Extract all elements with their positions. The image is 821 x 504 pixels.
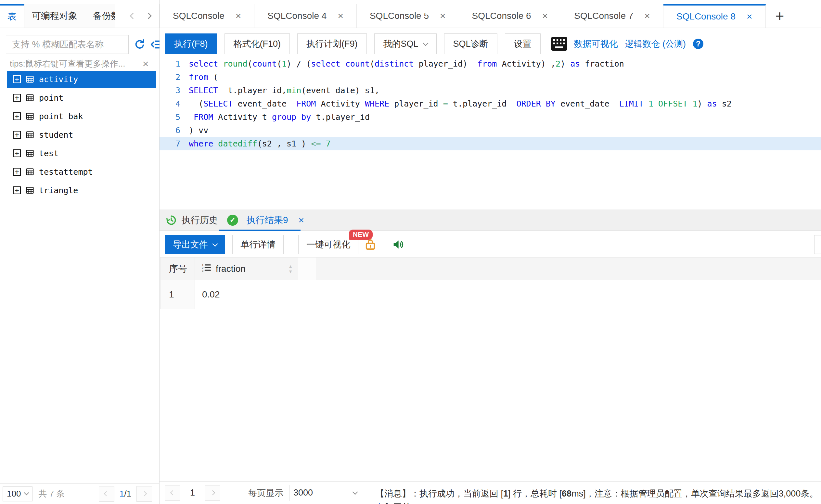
code-token: s2 [717, 99, 732, 108]
help-icon[interactable]: ? [693, 39, 703, 49]
export-file-dropdown[interactable]: 导出文件 [165, 235, 225, 254]
code-token [189, 112, 194, 122]
my-sql-dropdown[interactable]: 我的SQL [374, 33, 437, 54]
close-icon[interactable]: × [440, 11, 446, 21]
sidebar-tab[interactable]: 表 [0, 4, 24, 28]
table-row[interactable]: 1 0.02 [160, 280, 821, 309]
line-number: 5 [159, 112, 180, 122]
close-icon[interactable]: × [298, 215, 304, 226]
clipped-button[interactable] [814, 235, 821, 254]
app-window: 表可编程对象备份数 tips:鼠标右键可查看更多操作... × + activi… [0, 0, 821, 504]
tab-scroll-left-icon[interactable] [130, 13, 136, 19]
code-line[interactable]: 7 where datediff(s2 , s1 ) <= 7 [159, 137, 821, 150]
console-tab[interactable]: SQLConsole 7 × [561, 4, 663, 28]
code-line[interactable]: 6 ) vv [159, 124, 821, 137]
console-tab[interactable]: SQLConsole 8 × [663, 4, 766, 28]
tree-item-label: student [39, 130, 73, 140]
permission-lock-icon[interactable] [363, 238, 377, 251]
console-tab[interactable]: SQLConsole 6 × [459, 4, 562, 28]
tree-item[interactable]: + point_bak [7, 108, 156, 125]
close-icon[interactable]: × [747, 12, 752, 21]
tree-item[interactable]: + triangle [7, 182, 156, 199]
close-icon[interactable]: × [542, 11, 548, 21]
keyboard-shortcuts-icon[interactable] [551, 37, 568, 51]
expand-plus-icon[interactable]: + [13, 168, 21, 176]
close-icon[interactable]: × [337, 11, 343, 21]
expand-plus-icon[interactable]: + [13, 186, 21, 194]
code-line[interactable]: 4 (SELECT event_date FROM Activity WHERE… [159, 97, 821, 110]
close-icon[interactable]: × [644, 11, 650, 21]
settings-label: 设置 [514, 38, 532, 50]
tips-close-icon[interactable]: × [142, 58, 149, 69]
table-search-row [6, 35, 155, 54]
format-button[interactable]: 格式化(F10) [224, 33, 290, 54]
code-line[interactable]: 3 SELECT t.player_id,min(event_date) s1, [159, 84, 821, 97]
sql-editor[interactable]: 1 select round(count(1) / (select count(… [159, 57, 821, 209]
console-tab[interactable]: SQLConsole × [159, 4, 254, 28]
tree-page-size-value: 100 [7, 489, 21, 499]
sort-asc-icon[interactable]: ▲ [288, 264, 293, 269]
tree-next-page-button[interactable] [136, 486, 152, 502]
code-token: 2 [556, 59, 561, 69]
code-line[interactable]: 5 FROM Activity t group by t.player_id [159, 110, 821, 124]
tree-prev-page-button[interactable] [99, 486, 114, 502]
results-tab-bar: 执行历史 ✓ 执行结果9 × [159, 209, 821, 231]
index-header-label: 序号 [169, 263, 187, 275]
sort-icons[interactable]: ▲▼ [288, 264, 293, 274]
per-page-value: 3000 [293, 488, 313, 498]
tree-item[interactable]: + student [7, 126, 156, 143]
add-console-tab-button[interactable]: + [766, 4, 794, 28]
code-token [321, 139, 325, 148]
sidebar-tab[interactable]: 可编程对象 [24, 4, 85, 28]
console-tab-label: SQLConsole 7 [574, 11, 633, 21]
sql-diagnose-button[interactable]: SQL诊断 [444, 33, 498, 54]
code-token: count [252, 59, 277, 69]
tab-execution-history[interactable]: 执行历史 [182, 214, 218, 226]
code-token [688, 99, 692, 108]
index-column-header[interactable]: 序号 [160, 258, 195, 280]
code-token: SELECT [189, 86, 218, 95]
sidebar-tab[interactable]: 备份数 [85, 4, 115, 28]
code-token: event_date [233, 99, 296, 108]
code-token: Activity) , [497, 59, 556, 69]
results-next-page-button[interactable] [205, 485, 220, 501]
per-page-select[interactable]: 3000 [289, 485, 361, 501]
fraction-column-header[interactable]: 123 fraction ▲▼ [195, 258, 298, 280]
tab-execution-result[interactable]: 执行结果9 [246, 214, 288, 226]
message-link[interactable]: 出 [375, 502, 384, 504]
expand-plus-icon[interactable]: + [13, 94, 21, 102]
close-icon[interactable]: × [235, 11, 241, 21]
results-prev-page-button[interactable] [165, 485, 180, 501]
code-token [213, 139, 218, 148]
data-visualization-link[interactable]: 数据可视化 [574, 38, 618, 50]
console-tab[interactable]: SQLConsole 4 × [254, 4, 357, 28]
code-token: min [286, 86, 301, 95]
console-tab[interactable]: SQLConsole 5 × [357, 4, 459, 28]
settings-button[interactable]: 设置 [505, 33, 541, 54]
code-line[interactable]: 1 select round(count(1) / (select count(… [159, 57, 821, 70]
table-icon [25, 149, 34, 158]
code-token: ( [247, 59, 252, 69]
tab-scroll-right-icon[interactable] [145, 13, 152, 19]
explain-plan-button[interactable]: 执行计划(F9) [297, 33, 367, 54]
code-token: from [477, 59, 497, 69]
expand-plus-icon[interactable]: + [13, 131, 21, 139]
refresh-icon[interactable] [134, 39, 145, 50]
speaker-icon[interactable] [391, 238, 404, 251]
run-button[interactable]: 执行(F8) [165, 33, 217, 54]
row-detail-button[interactable]: 单行详情 [232, 235, 284, 254]
expand-plus-icon[interactable]: + [13, 149, 21, 157]
logical-warehouse-link[interactable]: 逻辑数仓 (公测) [625, 38, 686, 50]
expand-plus-icon[interactable]: + [13, 112, 21, 120]
tree-item[interactable]: + point [7, 89, 156, 106]
tree-item[interactable]: + testattempt [7, 163, 156, 180]
code-token: round [223, 59, 247, 69]
tree-item[interactable]: + activity [7, 71, 156, 88]
code-line[interactable]: 2 from ( [159, 70, 821, 84]
tree-item[interactable]: + test [7, 145, 156, 162]
table-icon [25, 93, 34, 102]
tree-page-size-select[interactable]: 100 [3, 486, 32, 501]
expand-plus-icon[interactable]: + [13, 75, 21, 83]
table-search-input[interactable] [6, 35, 129, 54]
sort-desc-icon[interactable]: ▼ [288, 269, 293, 274]
